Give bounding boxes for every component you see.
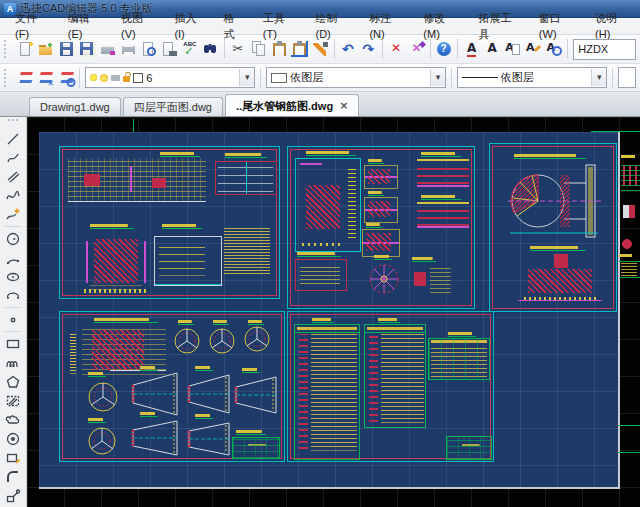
layer-manager-button[interactable] — [15, 67, 35, 89]
format-painter-button[interactable] — [310, 38, 331, 60]
cad-fragment — [133, 119, 134, 132]
layer-off-button[interactable] — [35, 67, 55, 89]
figure-small-section — [364, 197, 398, 223]
section-label — [88, 372, 106, 377]
tool-polyline-arc[interactable] — [3, 468, 23, 485]
tool-revision-cloud[interactable] — [3, 411, 23, 428]
donut-icon — [5, 431, 21, 447]
drawing-title — [530, 246, 586, 251]
tool-ellipse[interactable] — [3, 268, 23, 285]
clipboard-history-button[interactable] — [289, 38, 310, 60]
layer-combo[interactable]: 6 ▾ — [85, 67, 255, 88]
drawing-title — [514, 154, 586, 159]
text-button[interactable] — [482, 38, 503, 60]
toolbar-separator — [457, 39, 458, 59]
print-preview-button[interactable] — [138, 38, 159, 60]
linetype-combo[interactable]: 依图层 ▾ — [457, 67, 607, 88]
redo-button[interactable] — [358, 38, 379, 60]
cad-panel-top-left — [59, 146, 280, 299]
toolbar-separator — [79, 68, 80, 88]
multiline-icon — [5, 355, 21, 371]
tool-arc[interactable] — [3, 249, 23, 266]
horn-section — [130, 418, 180, 458]
figure-small-section — [364, 165, 398, 189]
tool-ellipse-arc[interactable] — [3, 287, 23, 304]
chevron-down-icon[interactable]: ▾ — [430, 69, 445, 86]
page-setup-button[interactable] — [97, 38, 118, 60]
tool-hatch[interactable] — [3, 392, 23, 409]
lineweight-combo[interactable] — [618, 67, 636, 88]
save-as-button[interactable] — [77, 38, 98, 60]
tab-draft-tube-rebar[interactable]: ..尾水管钢筋图.dwg × — [225, 94, 359, 116]
help-button[interactable] — [434, 38, 455, 60]
cad-fragment — [618, 425, 640, 426]
layer-color-swatch — [133, 73, 143, 83]
open-button[interactable] — [35, 38, 56, 60]
text-find-button[interactable] — [544, 38, 565, 60]
tool-double-line[interactable] — [3, 168, 23, 185]
layer-find-icon — [55, 70, 77, 86]
cad-fragment — [621, 155, 640, 193]
toolbar-separator — [5, 226, 21, 227]
layer-find-button[interactable] — [56, 67, 76, 89]
find-button[interactable] — [200, 38, 221, 60]
new-button[interactable] — [15, 38, 36, 60]
toolbar-grip[interactable] — [4, 40, 11, 58]
copy-button[interactable] — [248, 38, 269, 60]
publish-icon — [161, 41, 178, 57]
drawing-title — [297, 252, 341, 257]
text-underline-button[interactable] — [461, 38, 482, 60]
tool-polyline[interactable] — [3, 149, 23, 166]
tool-spline[interactable] — [3, 187, 23, 204]
figure-section — [154, 236, 222, 286]
menu-bar: 文件(F) 编辑(E) 视图(V) 插入(I) 格式 工具(T) 绘制(D) 标… — [0, 18, 640, 35]
menu-item-help[interactable]: 说明(H) — [586, 10, 640, 42]
scissors-icon — [229, 41, 246, 57]
tool-point[interactable] — [3, 311, 23, 328]
cad-fragment — [618, 452, 640, 453]
tool-circle[interactable] — [3, 230, 23, 247]
drawing-title — [162, 224, 202, 229]
tool-mtext[interactable] — [3, 449, 23, 466]
spell-check-icon — [181, 41, 198, 57]
cut-button[interactable] — [228, 38, 249, 60]
line-icon — [5, 131, 21, 147]
document-tab-bar: Drawing1.dwg 四层平面图.dwg ..尾水管钢筋图.dwg × — [0, 92, 640, 117]
toolbar-separator — [430, 39, 431, 59]
tool-multiline[interactable] — [3, 354, 23, 371]
tab-floor-plan[interactable]: 四层平面图.dwg — [123, 97, 223, 116]
cad-canvas[interactable] — [27, 117, 640, 507]
drawing-title — [225, 153, 267, 158]
print-button[interactable] — [118, 38, 139, 60]
purge-button[interactable] — [406, 38, 427, 60]
publish-button[interactable] — [159, 38, 180, 60]
color-combo[interactable]: 依图层 ▾ — [266, 67, 446, 88]
tool-leader[interactable] — [3, 487, 23, 504]
tool-donut[interactable] — [3, 430, 23, 447]
erase-button[interactable] — [386, 38, 407, 60]
tool-polygon[interactable] — [3, 373, 23, 390]
text-style-combo[interactable]: HZDX — [573, 39, 636, 60]
tool-line[interactable] — [3, 130, 23, 147]
toolbar-separator — [334, 39, 335, 59]
section-label — [195, 366, 213, 371]
chevron-down-icon[interactable]: ▾ — [239, 69, 254, 86]
cad-fragment — [623, 205, 639, 218]
chevron-down-icon[interactable]: ▾ — [591, 69, 606, 86]
undo-icon — [339, 41, 356, 57]
title-block — [446, 436, 492, 460]
close-tab-icon[interactable]: × — [339, 100, 348, 111]
toolbar-separator — [5, 307, 21, 308]
color-value: 依图层 — [290, 70, 425, 85]
toolbar-grip[interactable] — [4, 69, 11, 87]
text-style-button[interactable] — [523, 38, 544, 60]
toolbar-grip[interactable] — [8, 119, 18, 126]
spell-check-button[interactable] — [180, 38, 201, 60]
tool-sketch[interactable] — [3, 206, 23, 223]
paste-button[interactable] — [269, 38, 290, 60]
undo-button[interactable] — [338, 38, 359, 60]
text-edit-button[interactable] — [503, 38, 524, 60]
save-button[interactable] — [56, 38, 77, 60]
tab-drawing1[interactable]: Drawing1.dwg — [29, 97, 121, 116]
tool-rectangle[interactable] — [3, 335, 23, 352]
